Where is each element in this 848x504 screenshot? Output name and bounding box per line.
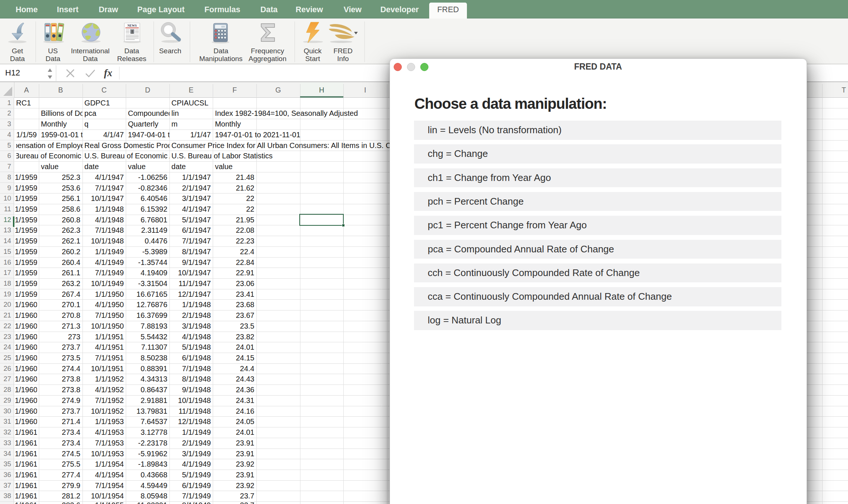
- svg-text:NEWS: NEWS: [127, 24, 137, 27]
